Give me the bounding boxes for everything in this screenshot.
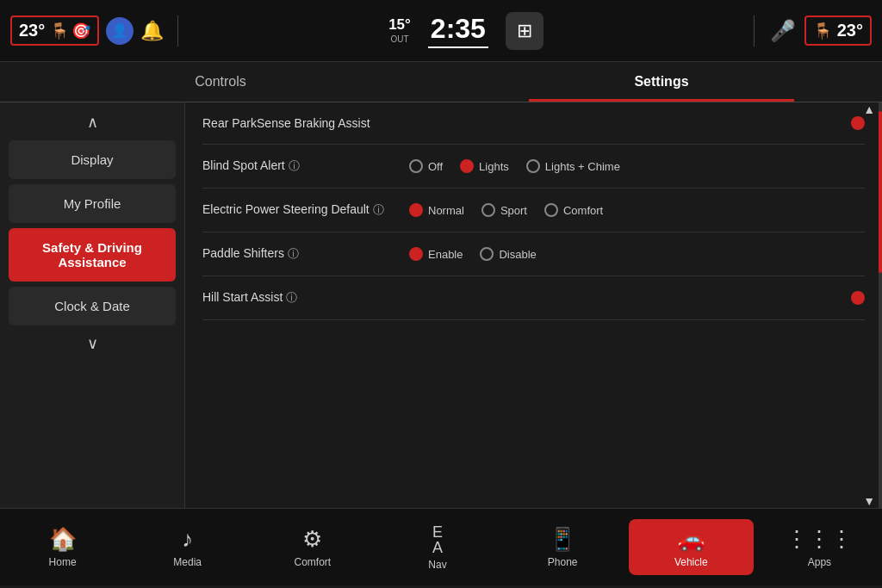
sidebar-item-display[interactable]: Display xyxy=(9,140,176,179)
comfort-icon: ⚙ xyxy=(302,526,322,553)
outside-temp: 15° OUT xyxy=(388,16,411,44)
tab-settings[interactable]: Settings xyxy=(441,62,882,102)
blind-spot-chime[interactable]: Lights + Chime xyxy=(526,159,620,173)
header-divider-2 xyxy=(754,15,755,46)
rear-parksense-toggle[interactable] xyxy=(851,116,865,130)
blind-spot-info-icon[interactable]: ⓘ xyxy=(289,159,300,172)
paddle-disable-label: Disable xyxy=(499,248,536,261)
phone-label: Phone xyxy=(548,556,578,568)
setting-row-steering: Electric Power Steering Default ⓘ Normal… xyxy=(202,189,865,232)
nav-icon-symbol: EA xyxy=(432,524,443,555)
sidebar: ∧ Display My Profile Safety & Driving As… xyxy=(0,102,185,508)
paddle-enable-label: Enable xyxy=(428,248,463,261)
blind-spot-lights[interactable]: Lights xyxy=(460,159,509,173)
setting-row-blind-spot: Blind Spot Alert ⓘ Off Lights Lights + C… xyxy=(202,145,865,189)
scroll-arrow-down[interactable]: ▼ xyxy=(863,494,875,508)
temp-right-value: 23° xyxy=(837,21,863,40)
steering-comfort-label: Comfort xyxy=(563,204,603,217)
nav-item-comfort[interactable]: ⚙ Comfort xyxy=(250,519,375,575)
nav-item-vehicle[interactable]: 🚗 Vehicle xyxy=(629,519,754,575)
nav-item-home[interactable]: 🏠 Home xyxy=(0,519,125,575)
hill-label: Hill Start Assist ⓘ xyxy=(202,290,392,306)
paddle-enable-radio[interactable] xyxy=(409,247,423,261)
scroll-arrow-up[interactable]: ▲ xyxy=(863,102,875,116)
apps-label: Apps xyxy=(808,556,831,568)
main-content: ∧ Display My Profile Safety & Driving As… xyxy=(0,102,882,508)
setting-row-hill: Hill Start Assist ⓘ xyxy=(202,276,865,320)
bell-icon[interactable]: 🔔 xyxy=(140,20,164,42)
blind-spot-lights-label: Lights xyxy=(479,160,509,173)
steering-wheel-icon: 🎯 xyxy=(71,22,90,40)
vehicle-label: Vehicle xyxy=(674,556,708,568)
blind-spot-off-radio[interactable] xyxy=(409,159,423,173)
driver-profile-icon[interactable]: 👤 xyxy=(106,17,134,45)
seat-icon-right: 🪑 xyxy=(813,22,832,40)
home-icon: 🏠 xyxy=(49,526,77,553)
header-divider-1 xyxy=(177,15,178,46)
phone-icon: 📱 xyxy=(549,526,576,553)
paddle-disable-radio[interactable] xyxy=(480,247,494,261)
sidebar-item-clock[interactable]: Clock & Date xyxy=(9,287,176,325)
paddle-enable[interactable]: Enable xyxy=(409,247,463,261)
media-label: Media xyxy=(173,556,202,568)
outside-temp-value: 15° xyxy=(388,16,411,34)
paddle-options: Enable Disable xyxy=(409,247,537,261)
blind-spot-lights-radio[interactable] xyxy=(460,159,474,173)
outside-temp-label: OUT xyxy=(388,34,411,45)
hill-info-icon[interactable]: ⓘ xyxy=(286,291,297,304)
steering-normal-radio[interactable] xyxy=(409,203,423,217)
steering-label: Electric Power Steering Default ⓘ xyxy=(202,202,392,218)
seat-icons: 🪑 🎯 xyxy=(50,22,90,40)
rear-parksense-label: Rear ParkSense Braking Assist xyxy=(202,116,392,130)
nav-item-apps[interactable]: ⋮⋮⋮ Apps xyxy=(757,519,882,575)
header: 23° 🪑 🎯 👤 🔔 15° OUT 2:35 ⊞ 🎤 🪑 23° xyxy=(0,0,882,62)
clock: 2:35 xyxy=(428,13,488,48)
apps-icon: ⋮⋮⋮ xyxy=(786,526,853,553)
bottom-nav: 🏠 Home ♪ Media ⚙ Comfort EA Nav 📱 Phone … xyxy=(0,508,882,585)
nav-tabs: Controls Settings xyxy=(0,62,882,102)
steering-comfort-radio[interactable] xyxy=(544,203,558,217)
steering-sport-label: Sport xyxy=(500,204,527,217)
temp-left-value: 23° xyxy=(19,21,45,40)
steering-sport[interactable]: Sport xyxy=(481,203,527,217)
setting-row-paddle: Paddle Shifters ⓘ Enable Disable xyxy=(202,232,865,276)
tab-controls[interactable]: Controls xyxy=(0,62,441,102)
comfort-label: Comfort xyxy=(295,556,332,568)
scroll-thumb[interactable] xyxy=(879,111,882,273)
steering-sport-radio[interactable] xyxy=(481,203,495,217)
nav-label: Nav xyxy=(428,559,446,571)
blind-spot-chime-radio[interactable] xyxy=(526,159,540,173)
sidebar-item-my-profile[interactable]: My Profile xyxy=(9,184,176,223)
seat-heat-icon: 🪑 xyxy=(50,22,69,40)
sidebar-arrow-up[interactable]: ∧ xyxy=(87,109,98,135)
sidebar-arrow-down[interactable]: ∨ xyxy=(87,331,98,356)
sidebar-item-safety[interactable]: Safety & Driving Assistance xyxy=(9,228,176,282)
steering-comfort[interactable]: Comfort xyxy=(544,203,603,217)
nav-item-nav[interactable]: EA Nav xyxy=(375,517,500,578)
vehicle-icon: 🚗 xyxy=(677,526,705,553)
nav-item-phone[interactable]: 📱 Phone xyxy=(500,519,625,575)
media-icon: ♪ xyxy=(182,526,193,553)
paddle-disable[interactable]: Disable xyxy=(480,247,536,261)
setting-row-rear-parksense: Rear ParkSense Braking Assist xyxy=(202,102,865,145)
steering-info-icon[interactable]: ⓘ xyxy=(373,203,384,216)
header-center: 15° OUT 2:35 ⊞ xyxy=(388,12,543,50)
temp-left-box: 23° 🪑 🎯 xyxy=(10,15,99,46)
blind-spot-options: Off Lights Lights + Chime xyxy=(409,159,620,173)
header-left: 23° 🪑 🎯 👤 🔔 xyxy=(10,15,185,46)
mic-icon[interactable]: 🎤 xyxy=(770,19,796,43)
blind-spot-chime-label: Lights + Chime xyxy=(545,160,620,173)
hill-toggle[interactable] xyxy=(851,291,865,305)
paddle-info-icon[interactable]: ⓘ xyxy=(288,247,299,260)
home-label: Home xyxy=(49,556,77,568)
settings-scroll: Rear ParkSense Braking Assist Blind Spot… xyxy=(185,102,882,320)
steering-normal[interactable]: Normal xyxy=(409,203,464,217)
steering-options: Normal Sport Comfort xyxy=(409,203,603,217)
steering-normal-label: Normal xyxy=(428,204,464,217)
blind-spot-off-label: Off xyxy=(428,160,443,173)
nav-item-media[interactable]: ♪ Media xyxy=(125,519,250,575)
apps-grid-icon[interactable]: ⊞ xyxy=(506,12,543,50)
settings-panel: ▲ Rear ParkSense Braking Assist Blind Sp… xyxy=(185,102,882,508)
temp-right-box: 🪑 23° xyxy=(804,15,872,46)
blind-spot-off[interactable]: Off xyxy=(409,159,443,173)
